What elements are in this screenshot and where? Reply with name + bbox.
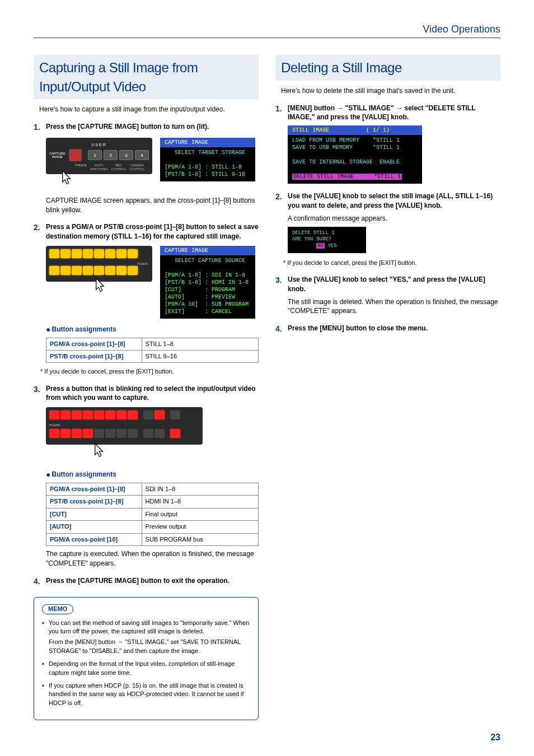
pst-btn[interactable]: [83, 429, 93, 438]
pgm-btn[interactable]: [116, 249, 127, 258]
cell: [CUT]: [46, 508, 142, 520]
cancel-note-right: If you decide to cancel, press the [EXIT…: [283, 259, 500, 267]
step-4: 4. Press the [CAPTURE IMAGE] button to e…: [34, 576, 259, 587]
pointer-icon: [90, 442, 105, 461]
pgm-btn[interactable]: [49, 410, 59, 419]
pgm-btn[interactable]: [94, 410, 104, 419]
pst-btn[interactable]: [94, 266, 104, 275]
rstep3-text: Use the [VALUE] knob to select "YES," an…: [288, 276, 485, 293]
pst-btn[interactable]: [83, 266, 93, 275]
r-step-4: 4. Press the [MENU] button to close the …: [275, 324, 500, 335]
pgm-btn[interactable]: [83, 249, 93, 258]
pgm-btn[interactable]: [128, 249, 138, 258]
pgm-btn[interactable]: [94, 249, 104, 258]
capture-image-button[interactable]: [69, 149, 82, 161]
pgm-btn[interactable]: [128, 410, 138, 419]
cell: SUB PROGRAM bus: [142, 533, 258, 545]
scr1-l1: [PGM/A 1-8] : STILL 1-8: [165, 164, 242, 170]
pst-btn-9[interactable]: [143, 429, 153, 438]
pst-btn[interactable]: [105, 429, 115, 438]
memo-box: MEMO You can set the method of saving st…: [34, 597, 259, 720]
step-number: 3.: [275, 275, 288, 286]
cut-btn[interactable]: [170, 410, 180, 419]
scr1-l2: [PST/B 1-8] : STILL 9-16: [165, 171, 245, 178]
pst-btn[interactable]: [72, 266, 82, 275]
pst-btn[interactable]: [49, 429, 59, 438]
cell: [AUTO]: [46, 521, 142, 533]
page-number: 23: [34, 731, 500, 744]
pst-btn[interactable]: [60, 429, 71, 438]
table-row: PGM/A cross-point [1]–[8]SDI IN 1–8: [46, 483, 259, 496]
cell: PGM/A cross-point [10]: [46, 533, 142, 545]
pgm-btn-9[interactable]: [143, 410, 153, 419]
pst-btn[interactable]: [105, 266, 115, 275]
pst-btn[interactable]: [128, 266, 138, 275]
step-number: 4.: [275, 324, 288, 335]
pgm-btn[interactable]: [105, 249, 115, 258]
scr1-title: CAPTURE IMAGE: [160, 138, 255, 147]
user-btn-4[interactable]: 4: [135, 150, 149, 160]
step-1: 1. Press the [CAPTURE IMAGE] button to t…: [34, 122, 259, 133]
auto-btn[interactable]: [170, 429, 180, 438]
user-btn-3[interactable]: 3: [119, 150, 133, 160]
rstep4-text: Press the [MENU] button to close the men…: [288, 324, 428, 332]
pgm-btn[interactable]: [60, 410, 71, 419]
confirm-no[interactable]: NO: [316, 243, 325, 249]
pgm-btn[interactable]: [83, 410, 93, 419]
pgm-btn[interactable]: [49, 249, 59, 258]
user-label: USER: [49, 142, 149, 148]
rstep2-text: Use the [VALUE] knob to select the still…: [288, 192, 493, 209]
pst-btn[interactable]: [49, 266, 59, 275]
cell: Preview output: [142, 521, 258, 533]
memo-item-2: Depending on the format of the input vid…: [42, 660, 250, 677]
pst-btn[interactable]: [72, 429, 82, 438]
rscr2-l2: ARE YOU SURE?: [292, 236, 331, 242]
scr2-l3: [CUT] : PROGRAM: [165, 287, 235, 293]
sub-auto: AUTO SWITCHING: [90, 164, 107, 172]
pgm-btn-10[interactable]: [154, 410, 165, 419]
left-title: Capturing a Still Image from Input/Outpu…: [34, 55, 259, 99]
cell: STILL 1–8: [142, 338, 258, 350]
pgm-btn[interactable]: [105, 410, 115, 419]
rscr1-l2: SAVE TO USB MEMORY *STILL 1: [292, 144, 400, 151]
scr2-sub: SELECT CAPTURE SOURCE: [175, 258, 245, 264]
rscr1-l4: DELETE STILL IMAGE *STILL 1: [292, 174, 402, 180]
step2-text: Press a PGM/A or PST/B cross-point [1]–[…: [46, 223, 259, 240]
cell: SDI IN 1–8: [142, 483, 258, 496]
step-2: 2. Press a PGM/A or PST/B cross-point [1…: [34, 222, 259, 241]
table-row: PGM/A cross-point [1]–[8]STILL 1–8: [46, 338, 259, 350]
pgm-btn[interactable]: [116, 410, 127, 419]
assign-heading-2: ●Button assignments: [46, 469, 259, 480]
memo1-text: You can set the method of saving still i…: [49, 619, 249, 634]
cancel-note-left: If you decide to cancel, press the [EXIT…: [40, 367, 259, 376]
memo-item-1: You can set the method of saving still i…: [42, 619, 250, 656]
pst-btn[interactable]: [116, 266, 127, 275]
cell: STILL 9–16: [142, 350, 258, 362]
pst-btn-10[interactable]: [154, 429, 165, 438]
confirm-yes[interactable]: YES: [327, 243, 336, 249]
pst-btn[interactable]: [116, 429, 127, 438]
capture-label: CAPTURE IMAGE: [49, 152, 65, 158]
table-row: PST/B cross-point [1]–[8]STILL 9–16: [46, 350, 259, 362]
step-number: 2.: [34, 222, 46, 234]
crosspoint-panel-red: PGM/A: [46, 407, 203, 444]
step1-text: Press the [CAPTURE IMAGE] button to turn…: [46, 123, 209, 130]
sub-freeze: FREEZE: [75, 164, 87, 172]
step-number: 1.: [34, 122, 46, 133]
pgm-btn[interactable]: [60, 249, 71, 258]
scr2-l2: [PST/B 1-8] : HDMI IN 1-8: [165, 279, 249, 286]
scr1-sub: SELECT TARGET STORAGE: [175, 150, 245, 156]
cell: PGM/A cross-point [1]–[8]: [46, 483, 142, 496]
pst-btn[interactable]: [60, 266, 71, 275]
right-intro: Here's how to delete the still image tha…: [281, 86, 500, 96]
pst-btn[interactable]: [128, 429, 138, 438]
pst-btn[interactable]: [94, 429, 104, 438]
cell: HDMI IN 1–8: [142, 496, 258, 508]
cell: PST/B cross-point [1]–[8]: [46, 350, 142, 362]
pgm-btn[interactable]: [72, 410, 82, 419]
user-btn-1[interactable]: 1: [88, 150, 102, 160]
user-btn-2[interactable]: 2: [104, 150, 118, 160]
pgm-btn[interactable]: [72, 249, 82, 258]
table-row: [AUTO]Preview output: [46, 521, 259, 533]
table-row: [CUT]Final output: [46, 508, 259, 520]
